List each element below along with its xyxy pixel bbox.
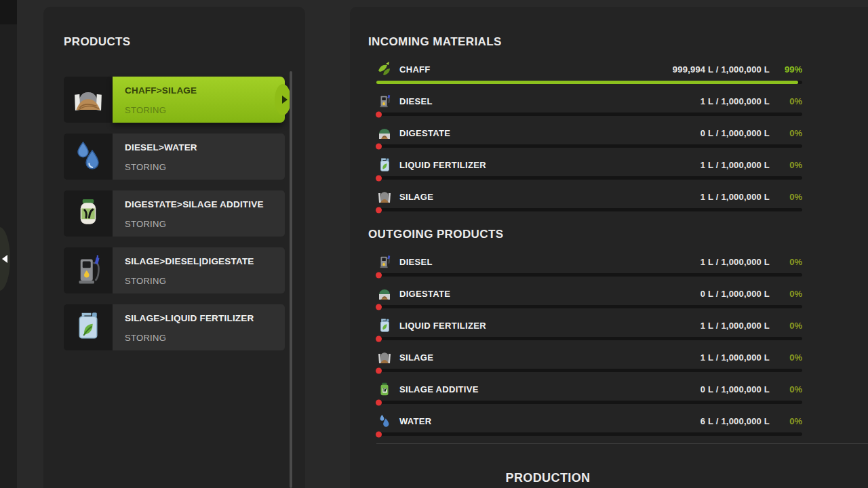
product-name: DIESEL>WATER: [125, 142, 279, 152]
material-amount: 1 L / 1,000,000 L: [701, 257, 770, 267]
material-row-digestate: DIGESTATE 0 L / 1,000,000 L 0%: [376, 123, 802, 148]
empty-dot-icon: [376, 399, 382, 405]
chaff-icon: [376, 61, 393, 77]
empty-dot-icon: [376, 175, 382, 181]
material-percent: 99%: [770, 64, 802, 75]
capacity-bar: [376, 432, 802, 436]
product-item-diesel-water[interactable]: DIESEL>WATER STORING: [64, 134, 285, 180]
empty-dot-icon: [376, 336, 382, 342]
capacity-bar: [376, 113, 802, 116]
product-item-chaff-silage[interactable]: CHAFF>SILAGE STORING: [64, 77, 285, 123]
product-status: STORING: [125, 333, 279, 343]
selected-arrow-icon: [282, 96, 288, 104]
material-amount: 1 L / 1,000,000 L: [701, 160, 770, 170]
capacity-bar: [376, 81, 802, 84]
screen-corner-block: [0, 0, 17, 24]
material-row-diesel-out: DIESEL 1 L / 1,000,000 L 0%: [376, 252, 802, 277]
silage-heap-icon: [376, 188, 393, 205]
products-title: PRODUCTS: [64, 35, 305, 49]
production-screen: PRODUCTS CHAFF>SILAGE STORING: [0, 0, 868, 488]
material-label: DIESEL: [399, 96, 433, 106]
capacity-bar: [376, 208, 802, 211]
material-label: LIQUID FERTILIZER: [399, 160, 486, 170]
product-name: SILAGE>DIESEL|DIGESTATE: [125, 256, 279, 266]
material-row-chaff: CHAFF 999,994 L / 1,000,000 L 99%: [376, 60, 802, 84]
material-amount: 1 L / 1,000,000 L: [701, 96, 770, 106]
bar-fill: [376, 81, 798, 84]
material-row-liquid-fertilizer-out: LIQUID FERTILIZER 1 L / 1,000,000 L 0%: [376, 316, 802, 340]
material-row-diesel: DIESEL 1 L / 1,000,000 L 0%: [376, 92, 802, 116]
material-label: CHAFF: [399, 64, 431, 75]
material-row-digestate-out: DIGESTATE 0 L / 1,000,000 L 0%: [376, 284, 802, 308]
product-body: CHAFF>SILAGE STORING: [113, 77, 285, 123]
material-row-silage-additive-out: SILAGE ADDITIVE 0 L / 1,000,000 L 0%: [376, 380, 802, 404]
digestate-dome-icon: [376, 285, 393, 302]
material-label: DIGESTATE: [399, 128, 450, 138]
material-amount: 0 L / 1,000,000 L: [701, 128, 770, 138]
empty-dot-icon: [376, 431, 382, 437]
product-status: STORING: [125, 219, 279, 229]
material-label: DIGESTATE: [399, 289, 450, 299]
material-percent: 0%: [770, 352, 802, 363]
material-label: LIQUID FERTILIZER: [399, 321, 486, 331]
outgoing-products-title: OUTGOING PRODUCTS: [368, 228, 868, 241]
material-label: SILAGE ADDITIVE: [399, 384, 479, 394]
liquid-fertilizer-icon: [376, 317, 393, 333]
material-percent: 0%: [770, 192, 802, 202]
products-scrollbar[interactable]: [290, 71, 292, 488]
product-item-silage-diesel-digestate[interactable]: SILAGE>DIESEL|DIGESTATE STORING: [64, 247, 285, 293]
capacity-bar: [376, 273, 802, 277]
digestate-dome-icon: [376, 125, 393, 141]
product-list: CHAFF>SILAGE STORING DIESEL>WATE: [64, 77, 285, 350]
material-percent: 0%: [770, 384, 802, 394]
additive-jar-icon: [64, 190, 113, 237]
product-name: DIGESTATE>SILAGE ADDITIVE: [125, 199, 279, 209]
material-amount: 0 L / 1,000,000 L: [701, 289, 770, 299]
product-item-digestate-silage-additive[interactable]: DIGESTATE>SILAGE ADDITIVE STORING: [64, 190, 285, 237]
material-row-silage: SILAGE 1 L / 1,000,000 L 0%: [376, 187, 802, 211]
bunker-silo-icon: [64, 77, 113, 123]
production-title: PRODUCTION: [350, 471, 746, 485]
material-row-liquid-fertilizer: LIQUID FERTILIZER 1 L / 1,000,000 L 0%: [376, 155, 802, 180]
materials-panel: INCOMING MATERIALS CHAFF 999,994 L / 1,0…: [350, 7, 868, 488]
material-label: SILAGE: [399, 192, 433, 202]
product-body: DIGESTATE>SILAGE ADDITIVE STORING: [113, 190, 285, 237]
product-body: SILAGE>LIQUID FERTILIZER STORING: [113, 304, 285, 350]
material-row-silage-out: SILAGE 1 L / 1,000,000 L 0%: [376, 348, 802, 372]
product-body: DIESEL>WATER STORING: [113, 134, 285, 180]
material-percent: 0%: [770, 128, 802, 138]
incoming-materials-title: INCOMING MATERIALS: [368, 35, 868, 49]
water-drops-icon: [64, 134, 113, 180]
outgoing-rows: DIESEL 1 L / 1,000,000 L 0%: [376, 252, 802, 436]
incoming-rows: CHAFF 999,994 L / 1,000,000 L 99%: [376, 60, 802, 211]
section-divider: [376, 443, 868, 444]
material-amount: 1 L / 1,000,000 L: [701, 192, 770, 202]
material-label: SILAGE: [399, 352, 433, 363]
material-label: WATER: [399, 416, 431, 426]
empty-dot-icon: [376, 207, 382, 213]
silage-heap-icon: [376, 349, 393, 365]
material-label: DIESEL: [399, 257, 433, 267]
empty-dot-icon: [376, 304, 382, 310]
product-name: SILAGE>LIQUID FERTILIZER: [125, 313, 279, 323]
empty-dot-icon: [376, 367, 382, 373]
material-percent: 0%: [770, 160, 802, 170]
empty-dot-icon: [376, 143, 382, 149]
selected-bump: [275, 84, 291, 115]
material-percent: 0%: [770, 416, 802, 426]
jerry-can-leaf-icon: [64, 304, 113, 350]
fuel-pump-icon: [64, 247, 113, 293]
capacity-bar: [376, 337, 802, 340]
products-panel: PRODUCTS CHAFF>SILAGE STORING: [43, 7, 305, 488]
capacity-bar: [376, 176, 802, 180]
material-percent: 0%: [770, 321, 802, 331]
material-amount: 1 L / 1,000,000 L: [701, 321, 770, 331]
empty-dot-icon: [376, 111, 382, 117]
product-item-silage-liquid-fertilizer[interactable]: SILAGE>LIQUID FERTILIZER STORING: [64, 304, 285, 350]
product-name: CHAFF>SILAGE: [125, 85, 279, 96]
liquid-fertilizer-icon: [376, 157, 393, 173]
product-status: STORING: [125, 276, 279, 286]
capacity-bar: [376, 401, 802, 404]
material-amount: 0 L / 1,000,000 L: [701, 384, 770, 394]
capacity-bar: [376, 369, 802, 372]
